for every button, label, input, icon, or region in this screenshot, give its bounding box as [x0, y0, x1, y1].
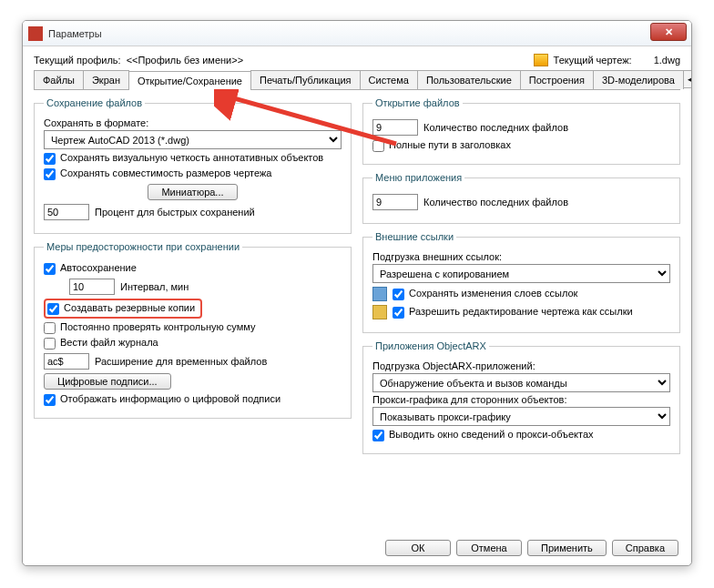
tab-scroll-left[interactable]: ◂ — [683, 70, 692, 88]
tab-strip: Файлы Экран Открытие/Сохранение Печать/П… — [34, 70, 680, 90]
xref-demand-label: Подгрузка внешних ссылок: — [372, 251, 670, 262]
tab-open-save[interactable]: Открытие/Сохранение — [128, 71, 251, 90]
chk-sig-info[interactable] — [44, 394, 56, 406]
appmenu-recent-label: Количество последних файлов — [423, 197, 568, 208]
drawing-icon — [534, 54, 548, 66]
tab-display[interactable]: Экран — [83, 70, 129, 89]
arx-demand-label: Подгрузка ObjectARX-приложений: — [372, 360, 670, 371]
group-file-save: Сохранение файлов Сохранять в формате: Ч… — [34, 97, 352, 234]
tab-system[interactable]: Система — [360, 70, 418, 89]
tab-files[interactable]: Файлы — [34, 70, 84, 89]
group-app-menu: Меню приложения Количество последних фай… — [362, 172, 680, 224]
group-file-open: Открытие файлов Количество последних фай… — [362, 97, 680, 165]
group-arx: Приложения ObjectARX Подгрузка ObjectARX… — [362, 340, 680, 454]
tab-user[interactable]: Пользовательские — [417, 70, 521, 89]
autosave-interval-input[interactable] — [69, 279, 115, 295]
group-file-open-legend: Открытие файлов — [372, 97, 463, 108]
appmenu-recent-input[interactable] — [372, 194, 418, 210]
group-xref: Внешние ссылки Подгрузка внешних ссылок:… — [362, 231, 680, 333]
lbl-retain-layers: Сохранять изменения слоев ссылок — [409, 288, 577, 299]
lbl-annot-fidelity: Сохранять визуальную четкость аннотативн… — [60, 152, 323, 163]
incremental-percent-input[interactable] — [44, 204, 89, 220]
chk-size-compat[interactable] — [44, 168, 56, 180]
signatures-button[interactable]: Цифровые подписи... — [44, 373, 171, 390]
lbl-full-path: Полные пути в заголовках — [389, 139, 511, 150]
profile-row: Текущий профиль: <<Профиль без имени>> Т… — [34, 54, 680, 66]
edit-icon — [372, 305, 387, 319]
group-xref-legend: Внешние ссылки — [372, 231, 456, 242]
temp-ext-label: Расширение для временных файлов — [95, 356, 267, 367]
profile-label: Текущий профиль: — [34, 55, 121, 66]
proxy-graphics-select[interactable]: Показывать прокси-графику — [372, 407, 670, 426]
tab-plot[interactable]: Печать/Публикация — [250, 70, 361, 89]
chk-retain-layers[interactable] — [393, 289, 404, 300]
lbl-sig-info: Отображать информацию о цифровой подписи — [60, 393, 280, 404]
help-button[interactable]: Справка — [612, 540, 678, 556]
chk-autosave[interactable] — [44, 263, 56, 275]
autosave-interval-label: Интервал, мин — [120, 281, 189, 292]
close-button[interactable]: ✕ — [650, 23, 687, 41]
layers-icon — [372, 287, 387, 301]
group-safety: Меры предосторожности при сохранении Авт… — [34, 241, 352, 419]
lbl-autosave: Автосохранение — [60, 262, 137, 273]
proxy-graphics-label: Прокси-графика для сторонних объектов: — [372, 394, 670, 405]
lbl-allow-xref-edit: Разрешить редактирование чертежа как ссы… — [409, 306, 633, 317]
group-safety-legend: Меры предосторожности при сохранении — [44, 241, 242, 252]
chk-allow-xref-edit[interactable] — [393, 307, 404, 319]
titlebar: Параметры ✕ — [23, 21, 691, 46]
drawing-value: 1.dwg — [654, 55, 680, 66]
lbl-log: Вести файл журнала — [60, 337, 158, 348]
lbl-create-backup: Создавать резервные копии — [64, 302, 195, 313]
arx-demand-select[interactable]: Обнаружение объекта и вызов команды — [372, 373, 670, 392]
profile-value: <<Профиль без имени>> — [127, 55, 243, 66]
chk-crc[interactable] — [44, 322, 56, 334]
chk-annot-fidelity[interactable] — [44, 153, 56, 165]
recent-files-input[interactable] — [372, 119, 418, 136]
chk-proxy-info[interactable] — [372, 430, 384, 441]
save-format-select[interactable]: Чертеж AutoCAD 2013 (*.dwg) — [44, 130, 342, 149]
cancel-button[interactable]: Отмена — [456, 540, 522, 556]
tab-drafting[interactable]: Построения — [520, 70, 594, 89]
group-file-save-legend: Сохранение файлов — [44, 97, 145, 108]
save-format-label: Сохранять в формате: — [44, 117, 342, 128]
drawing-label: Текущий чертеж: — [554, 55, 632, 66]
thumbnail-button[interactable]: Миниатюра... — [148, 184, 237, 200]
chk-log[interactable] — [44, 338, 56, 350]
group-app-menu-legend: Меню приложения — [372, 172, 464, 183]
temp-ext-input[interactable] — [44, 353, 89, 370]
lbl-proxy-info: Выводить окно сведений о прокси-объектах — [389, 429, 594, 440]
apply-button[interactable]: Применить — [527, 540, 607, 556]
tab-3d[interactable]: 3D-моделирова — [593, 70, 684, 89]
chk-create-backup[interactable] — [47, 303, 59, 315]
ok-button[interactable]: ОК — [385, 540, 451, 556]
recent-files-label: Количество последних файлов — [423, 122, 568, 133]
incremental-percent-label: Процент для быстрых сохранений — [95, 207, 255, 218]
lbl-size-compat: Сохранять совместимость размеров чертежа — [60, 167, 271, 178]
chk-full-path[interactable] — [372, 140, 384, 152]
lbl-crc: Постоянно проверять контрольную сумму — [60, 321, 255, 332]
window-title: Параметры — [48, 28, 102, 39]
xref-demand-select[interactable]: Разрешена с копированием — [372, 264, 670, 283]
app-icon — [28, 26, 43, 41]
group-arx-legend: Приложения ObjectARX — [372, 340, 489, 351]
